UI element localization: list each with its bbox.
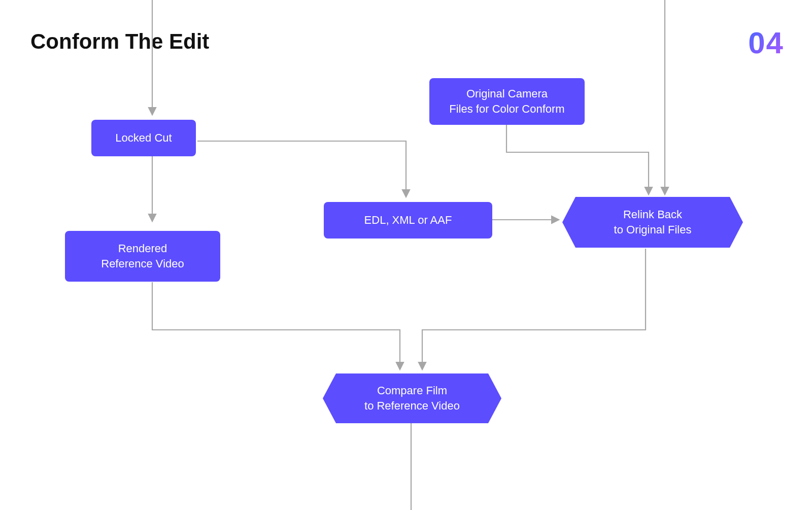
node-relink-line1: Relink Back bbox=[623, 208, 682, 221]
node-original-camera-line2: Files for Color Conform bbox=[449, 103, 564, 115]
node-edl: EDL, XML or AAF bbox=[324, 202, 492, 239]
node-compare-line2: to Reference Video bbox=[364, 399, 460, 412]
node-original-camera: Original Camera Files for Color Conform bbox=[429, 78, 585, 125]
node-rendered-reference: Rendered Reference Video bbox=[65, 231, 220, 282]
step-number: 04 bbox=[748, 25, 784, 60]
node-rendered-reference-line2: Reference Video bbox=[101, 257, 184, 270]
page-title: Conform The Edit bbox=[30, 29, 209, 54]
node-rendered-reference-line1: Rendered bbox=[118, 242, 167, 255]
node-original-camera-line1: Original Camera bbox=[466, 87, 548, 100]
diagram-canvas: Conform The Edit 04 bbox=[0, 0, 812, 510]
node-compare-line1: Compare Film bbox=[377, 384, 447, 397]
node-compare: Compare Film to Reference Video bbox=[323, 373, 501, 423]
node-relink-line2: to Original Files bbox=[614, 223, 692, 236]
node-relink: Relink Back to Original Files bbox=[562, 197, 743, 248]
node-locked-cut: Locked Cut bbox=[91, 120, 196, 156]
